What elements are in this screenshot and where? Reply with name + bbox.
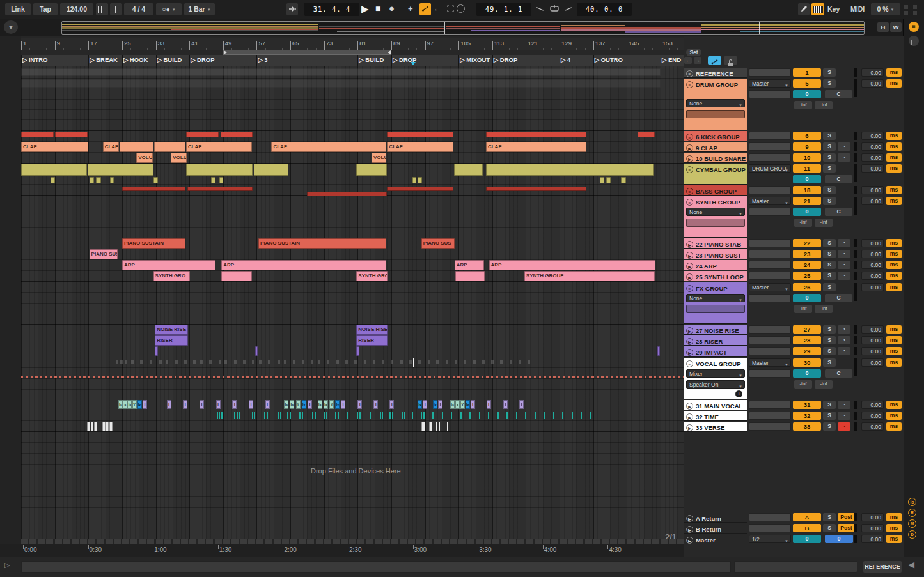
draw-pencil-button[interactable]	[798, 3, 810, 15]
key-map-button[interactable]: Key	[827, 5, 840, 13]
clip-clap-lane[interactable]	[154, 142, 185, 152]
track-delay-field[interactable]: 0.00	[861, 197, 884, 205]
play-track-icon[interactable]: ▶	[686, 252, 693, 259]
track-number-badge[interactable]: 30	[793, 358, 821, 367]
return-badge[interactable]: A	[793, 513, 821, 521]
track-delay-field[interactable]: 0.00	[861, 336, 884, 344]
solo-button[interactable]: S	[823, 524, 836, 532]
vocal-chip[interactable]: Iv	[302, 400, 306, 409]
draw-mode-button[interactable]	[444, 3, 456, 15]
vocal-chip[interactable]: Iv	[418, 400, 422, 409]
routing-empty-box[interactable]	[749, 336, 791, 344]
track-header-22-piano-stab[interactable]: ▶22 PIANO STAB	[684, 238, 747, 249]
track-delay-field[interactable]: 0.00	[861, 186, 884, 194]
delay-ms-badge[interactable]: ms	[886, 79, 902, 88]
freeze-button[interactable]: ◔	[838, 153, 850, 162]
clip-arp[interactable]: ARP	[455, 260, 484, 270]
clip-cymbal-fill-lane[interactable]	[621, 177, 626, 183]
clip-noise-rise[interactable]: NOISE RISE	[155, 325, 188, 335]
track-number-badge[interactable]: 24	[793, 261, 821, 269]
track-delay-field[interactable]: 0.00	[861, 358, 884, 367]
routing-empty-box[interactable]	[749, 153, 791, 162]
clip-volu[interactable]: VOLU	[372, 153, 386, 163]
optimize-height-button[interactable]: H	[877, 22, 889, 32]
delay-ms-badge[interactable]: ms	[886, 164, 902, 173]
delay-ms-badge[interactable]: ms	[886, 186, 902, 194]
vocal-chip[interactable]: Iv	[137, 400, 142, 409]
track-header-27-noise-rise[interactable]: ▶27 NOISE RISE	[684, 325, 747, 335]
track-number-badge[interactable]: 1	[793, 68, 821, 77]
track-header-23-piano-sust[interactable]: ▶23 PIANO SUST	[684, 249, 747, 259]
clip-synth-gro[interactable]: SYNTH GRO	[153, 271, 191, 281]
metronome-button[interactable]: ○●▼	[156, 3, 182, 15]
track-number-badge[interactable]: 29	[793, 347, 821, 355]
clip-cymbal-fill-lane[interactable]	[211, 177, 215, 183]
vocal-chip[interactable]: Is	[284, 400, 288, 409]
clip-piano-sus[interactable]: PIANO SUS	[90, 249, 118, 259]
pan-badge[interactable]: 0	[793, 535, 821, 543]
volume-field[interactable]: -inf	[794, 219, 812, 227]
output-routing-chooser[interactable]: DRUM GROU▼	[749, 164, 791, 173]
track-delay-field[interactable]: 0.00	[861, 513, 884, 521]
loop-length-field[interactable]: 40. 0. 0	[577, 3, 632, 16]
time-signature-field[interactable]: 4 / 4	[124, 3, 153, 15]
clip-verse-lane[interactable]	[106, 422, 109, 431]
clip-bass-lane-low[interactable]	[307, 192, 387, 196]
clip-verse-lane[interactable]	[436, 422, 439, 431]
track-header-reference[interactable]: ≡REFERENCE	[684, 68, 747, 78]
volume-field-b[interactable]: -inf	[815, 219, 833, 227]
collapse-arrow-icon[interactable]: ◀	[908, 560, 914, 569]
locator-mixout[interactable]: ▷ MIXOUT	[460, 56, 490, 63]
clip-synth-loop-lane[interactable]	[455, 271, 485, 281]
track-delay-field[interactable]: 0.00	[861, 401, 884, 409]
routing-empty-box[interactable]	[749, 261, 791, 269]
pan-badge[interactable]: 0	[793, 208, 821, 216]
reference-status-button[interactable]: REFERENCE	[863, 561, 902, 573]
clip-synth-group[interactable]: SYNTH GROUP	[524, 271, 655, 281]
locator-drop[interactable]: ▷ DROP	[494, 56, 517, 63]
group-track-icon[interactable]: ≡	[686, 188, 693, 195]
vocal-chip[interactable]: I	[249, 400, 253, 409]
clip-cymbal-fill-lane[interactable]	[153, 177, 158, 183]
track-header-a-return[interactable]: ▶A Return	[684, 512, 747, 523]
vocal-chip[interactable]: I	[438, 400, 442, 409]
delay-ms-badge[interactable]: ms	[886, 197, 902, 205]
track-number-badge[interactable]: 28	[793, 336, 821, 344]
clip-clap[interactable]: CLAP	[21, 142, 88, 152]
clip-impact-lane[interactable]	[255, 346, 258, 356]
play-track-icon[interactable]: ▶	[686, 413, 693, 420]
clip-cymbal-fill-lane[interactable]	[51, 177, 55, 183]
clip-impact-lane[interactable]	[356, 346, 359, 356]
solo-button[interactable]: S	[823, 142, 836, 151]
routing-empty-box[interactable]	[749, 132, 791, 140]
vocal-chip[interactable]: I	[143, 400, 147, 409]
track-number-badge[interactable]: 31	[793, 401, 821, 409]
clip-piano-sus[interactable]: PIANO SUS	[421, 238, 455, 249]
routing-empty-box[interactable]	[749, 68, 791, 77]
volume-field-b[interactable]: -inf	[815, 101, 833, 109]
clip-piano-sustain[interactable]: PIANO SUSTAIN	[122, 238, 185, 249]
clip-clap[interactable]: CLAP	[486, 142, 586, 152]
output-routing-chooser[interactable]: Master▼	[749, 79, 791, 88]
delay-ms-badge[interactable]: ms	[886, 250, 902, 258]
track-delay-field[interactable]: 0.00	[861, 347, 884, 355]
clip-reference-lane[interactable]	[21, 68, 661, 76]
routing-empty-box[interactable]	[749, 294, 791, 302]
clip-bass-lane[interactable]	[187, 187, 253, 191]
solo-button[interactable]: S	[823, 250, 836, 258]
track-number-badge[interactable]: 6	[793, 132, 821, 140]
vocal-chip[interactable]: I	[519, 400, 524, 409]
vocal-chip[interactable]: Iv	[466, 400, 470, 409]
clip-verse-lane[interactable]	[109, 422, 113, 431]
play-track-icon[interactable]: ▶	[686, 526, 693, 533]
pan-badge[interactable]: 0	[793, 90, 821, 98]
clip-verse-lane[interactable]	[87, 422, 90, 431]
track-header-25-synth-loop[interactable]: ▶25 SYNTH LOOP	[684, 271, 747, 281]
vocal-chip[interactable]: I	[423, 400, 427, 409]
nudge-up-icon[interactable]	[110, 3, 122, 15]
routing-empty-box[interactable]	[749, 412, 791, 420]
track-header-31-main-vocal[interactable]: ▶31 MAIN VOCAL	[684, 400, 747, 410]
clip-clap[interactable]: CLAP	[186, 142, 252, 152]
tap-button[interactable]: Tap	[33, 3, 58, 15]
solo-button[interactable]: S	[823, 272, 836, 280]
